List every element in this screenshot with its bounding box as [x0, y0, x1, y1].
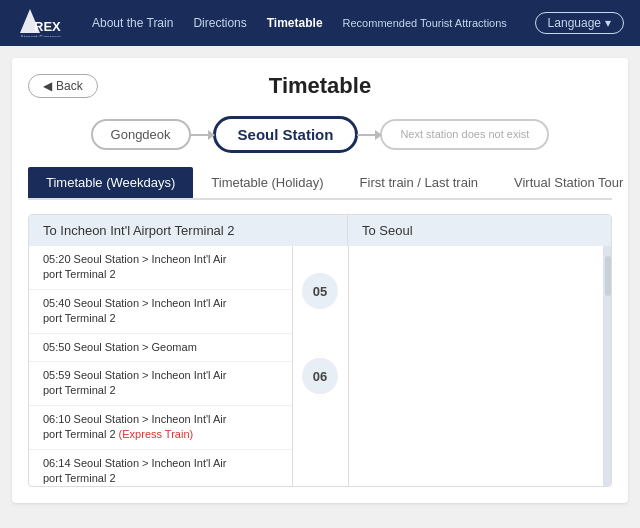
nav-directions[interactable]: Directions [193, 16, 246, 30]
timetable-col-right [349, 246, 612, 486]
hour-marker-06: 06 [302, 358, 338, 394]
station-gongdeok[interactable]: Gongdeok [91, 119, 191, 150]
navbar: REX Airport Express About the Train Dire… [0, 0, 640, 46]
station-arrow-1 [190, 134, 214, 136]
hour-marker-05: 05 [302, 273, 338, 309]
timetable-body: 05:20 Seoul Station > Incheon Int'l Airp… [29, 246, 611, 486]
svg-text:REX: REX [34, 19, 61, 34]
list-item: 06:10 Seoul Station > Incheon Int'l Airp… [29, 406, 292, 450]
svg-text:Airport Express: Airport Express [20, 34, 61, 37]
station-next: Next station does not exist [380, 119, 549, 149]
nav-timetable[interactable]: Timetable [267, 16, 323, 30]
timetable-header: To Incheon Int'l Airport Terminal 2 To S… [29, 215, 611, 246]
station-arrow-2 [357, 134, 381, 136]
col-header-right: To Seoul [348, 215, 611, 246]
logo: REX Airport Express [16, 5, 68, 41]
timetable-col-center: 05 06 [293, 246, 349, 486]
language-button[interactable]: Language ▾ [535, 12, 624, 34]
nav-about[interactable]: About the Train [92, 16, 173, 30]
content-area: ◀ Back Timetable Gongdeok Seoul Station … [12, 58, 628, 503]
scrollbar-thumb[interactable] [605, 256, 611, 296]
col-header-left: To Incheon Int'l Airport Terminal 2 [29, 215, 292, 246]
back-row: ◀ Back Timetable [28, 74, 612, 98]
tab-firstlast[interactable]: First train / Last train [342, 167, 496, 198]
timetable: To Incheon Int'l Airport Terminal 2 To S… [28, 214, 612, 487]
list-item: 05:20 Seoul Station > Incheon Int'l Airp… [29, 246, 292, 290]
list-item: 05:50 Seoul Station > Geomam [29, 334, 292, 362]
station-seoul[interactable]: Seoul Station [213, 116, 359, 153]
scrollbar-track[interactable] [603, 246, 611, 486]
list-item: 06:14 Seoul Station > Incheon Int'l Airp… [29, 450, 292, 486]
tab-weekdays[interactable]: Timetable (Weekdays) [28, 167, 193, 198]
list-item: 05:40 Seoul Station > Incheon Int'l Airp… [29, 290, 292, 334]
tab-holiday[interactable]: Timetable (Holiday) [193, 167, 341, 198]
tab-bar: Timetable (Weekdays) Timetable (Holiday)… [28, 167, 612, 200]
tab-tour[interactable]: Virtual Station Tour [496, 167, 640, 198]
station-breadcrumb: Gongdeok Seoul Station Next station does… [28, 116, 612, 153]
col-header-center [292, 215, 348, 246]
page-title: Timetable [269, 73, 371, 99]
nav-links: About the Train Directions Timetable Rec… [92, 16, 535, 30]
nav-tourist[interactable]: Recommended Tourist Attractions [343, 16, 453, 30]
timetable-col-left: 05:20 Seoul Station > Incheon Int'l Airp… [29, 246, 293, 486]
list-item: 05:59 Seoul Station > Incheon Int'l Airp… [29, 362, 292, 406]
back-button[interactable]: ◀ Back [28, 74, 98, 98]
